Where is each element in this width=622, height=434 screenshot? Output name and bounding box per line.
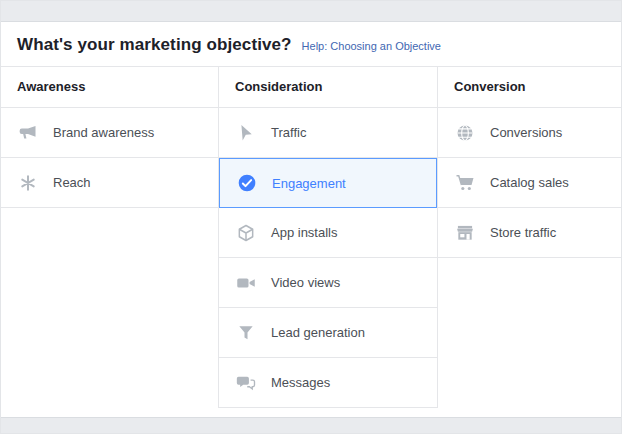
objective-label: Store traffic <box>490 225 556 240</box>
check-circle-icon <box>236 172 258 194</box>
content-spacer <box>1 408 621 417</box>
objective-label: Traffic <box>271 125 306 140</box>
objective-lead-generation[interactable]: Lead generation <box>219 308 437 358</box>
video-camera-icon <box>235 272 257 294</box>
objective-label: Conversions <box>490 125 562 140</box>
speech-bubbles-icon <box>235 372 257 394</box>
objective-label: Messages <box>271 375 330 390</box>
help-link[interactable]: Help: Choosing an Objective <box>302 40 441 52</box>
objective-label: Lead generation <box>271 325 365 340</box>
objective-label: Reach <box>53 175 91 190</box>
objective-brand-awareness[interactable]: Brand awareness <box>1 108 218 158</box>
objective-label: Engagement <box>272 176 346 191</box>
column-awareness: Awareness Brand awareness Reach <box>1 67 218 408</box>
objectives-table: Awareness Brand awareness Reach Consider… <box>1 66 621 408</box>
objective-label: Video views <box>271 275 340 290</box>
column-consideration: Consideration Traffic Engagement App ins… <box>218 67 437 408</box>
storefront-icon <box>454 222 476 244</box>
objective-label: Catalog sales <box>490 175 569 190</box>
window-top-bar <box>1 1 621 22</box>
objective-messages[interactable]: Messages <box>219 358 437 408</box>
objective-label: App installs <box>271 225 337 240</box>
objective-selection-screen: What's your marketing objective? Help: C… <box>0 0 622 434</box>
column-conversion: Conversion Conversions Catalog sales Sto… <box>437 67 621 408</box>
objective-video-views[interactable]: Video views <box>219 258 437 308</box>
funnel-icon <box>235 322 257 344</box>
cursor-icon <box>235 122 257 144</box>
objective-conversions[interactable]: Conversions <box>438 108 621 158</box>
megaphone-icon <box>17 122 39 144</box>
cart-icon <box>454 172 476 194</box>
window-bottom-bar <box>1 417 621 433</box>
column-header-conversion: Conversion <box>438 67 621 108</box>
reach-icon <box>17 172 39 194</box>
page-title: What's your marketing objective? <box>17 35 292 55</box>
title-row: What's your marketing objective? Help: C… <box>1 22 621 66</box>
column-header-consideration: Consideration <box>219 67 437 108</box>
objective-engagement[interactable]: Engagement <box>219 158 437 208</box>
objective-catalog-sales[interactable]: Catalog sales <box>438 158 621 208</box>
objective-reach[interactable]: Reach <box>1 158 218 208</box>
column-header-awareness: Awareness <box>1 67 218 108</box>
objective-traffic[interactable]: Traffic <box>219 108 437 158</box>
objective-store-traffic[interactable]: Store traffic <box>438 208 621 258</box>
globe-icon <box>454 122 476 144</box>
objective-app-installs[interactable]: App installs <box>219 208 437 258</box>
objective-label: Brand awareness <box>53 125 154 140</box>
cube-icon <box>235 222 257 244</box>
